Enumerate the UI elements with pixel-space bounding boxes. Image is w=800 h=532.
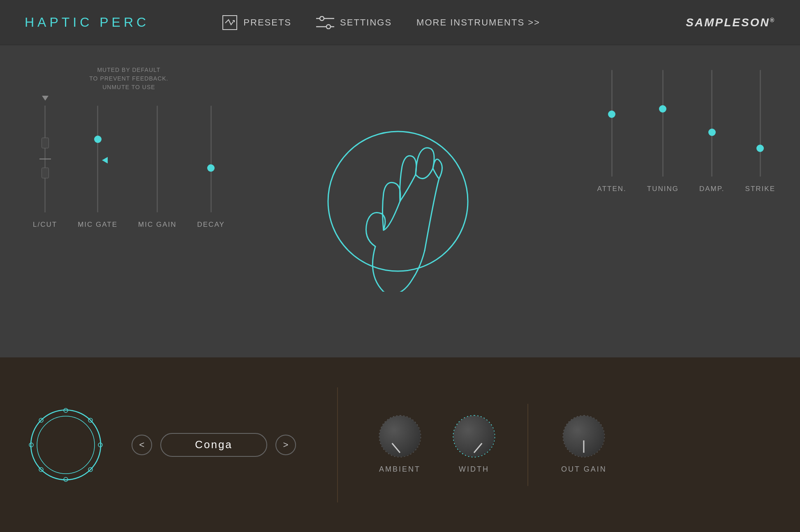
mic-gate-track [97,106,98,212]
mic-gate-slider[interactable] [94,106,102,212]
sampleson-logo: SAMPLESON® [686,16,775,29]
outgain-knob-indicator [583,440,585,453]
atten-thumb[interactable] [608,111,615,118]
outgain-knob-label: OUT GAIN [561,465,607,474]
atten-track [611,70,613,177]
svg-point-2 [320,16,324,21]
tuning-track [662,70,664,177]
drum-pad [25,404,107,486]
mic-gain-slider[interactable] [153,106,162,212]
ambient-knob-body [379,416,421,457]
width-knob[interactable] [453,416,495,457]
damp-thumb[interactable] [708,129,716,136]
tuning-label: TUNING [647,185,679,193]
lcut-handle-bottom[interactable] [42,168,49,178]
ambient-knob-col: AMBIENT [379,416,421,474]
atten-label: ATTEN. [597,185,627,193]
damp-slider[interactable] [708,70,716,177]
strike-thumb[interactable] [756,145,764,152]
width-knob-label: WIDTH [459,465,489,474]
svg-point-5 [328,131,468,271]
settings-icon [316,16,334,29]
strike-label: STRIKE [745,185,775,193]
right-sliders-section: ATTEN. TUNING DAMP. STRIKE [597,70,775,193]
strike-slider[interactable] [756,70,764,177]
settings-nav-item[interactable]: SETTINGS [316,16,392,29]
hand-illustration [318,119,482,283]
svg-point-6 [31,410,101,480]
next-instrument-button[interactable]: > [275,435,296,455]
mic-gain-label: MIC GAIN [138,221,176,229]
app-title: HAPTIC PERC [25,15,149,30]
decay-label: DECAY [197,221,225,229]
bottom-panel: < Conga > AMBIENT [0,357,800,532]
decay-slider[interactable] [207,106,215,212]
header-nav: PRESETS SETTINGS MORE INSTRUMENTS >> [222,15,540,30]
lcut-label: L/CUT [33,221,57,229]
atten-slider[interactable] [608,70,616,177]
muted-notice: MUTED BY DEFAULT TO PREVENT FEEDBACK. UN… [33,66,225,92]
damp-label: DAMP. [699,185,725,193]
mic-gate-label: MIC GATE [78,221,118,229]
mic-gate-arrow-icon [102,157,108,164]
presets-nav-item[interactable]: PRESETS [222,15,291,30]
strike-track [760,70,761,177]
main-area: MUTED BY DEFAULT TO PREVENT FEEDBACK. UN… [0,45,800,357]
damp-slider-col: DAMP. [699,70,725,193]
decay-slider-col: DECAY [197,106,225,229]
lcut-slider-col: L/CUT [33,96,57,229]
header: HAPTIC PERC PRESETS SETTINGS MORE INSTRU… [0,0,800,45]
lcut-arrow-icon [42,96,49,101]
tuning-thumb[interactable] [659,105,666,113]
width-knob-col: WIDTH [453,416,495,474]
tuning-slider-col: TUNING [647,70,679,193]
ambient-knob-indicator [391,443,400,453]
decay-thumb[interactable] [207,164,215,172]
presets-label: PRESETS [243,17,291,28]
decay-track [210,106,212,212]
mic-gain-slider-col: MIC GAIN [138,106,176,229]
instrument-selector: < Conga > [132,433,296,457]
outgain-knob[interactable] [563,416,604,457]
lcut-separator [39,159,51,159]
svg-point-4 [326,25,331,29]
mic-gate-thumb[interactable] [94,136,102,143]
more-instruments-label: MORE INSTRUMENTS >> [416,17,540,28]
strike-slider-col: STRIKE [745,70,775,193]
lcut-handle-top[interactable] [42,138,49,148]
mic-gain-track [157,106,158,212]
outgain-knob-body [563,416,604,457]
lcut-slider[interactable] [41,106,49,212]
more-instruments-nav-item[interactable]: MORE INSTRUMENTS >> [416,17,540,28]
prev-instrument-button[interactable]: < [132,435,152,455]
settings-label: SETTINGS [340,17,392,28]
hand-svg [318,119,482,292]
mic-gate-slider-col: MIC GATE [78,106,118,229]
ambient-knob-label: AMBIENT [379,465,421,474]
tuning-slider[interactable] [659,70,667,177]
left-sliders-section: MUTED BY DEFAULT TO PREVENT FEEDBACK. UN… [33,66,225,229]
width-knob-indicator [474,443,483,453]
drum-pad-svg [25,404,107,486]
left-sliders-row: L/CUT MIC GATE MIC GAIN [33,96,225,229]
presets-icon [222,15,238,30]
damp-track [711,70,712,177]
atten-slider-col: ATTEN. [597,70,627,193]
outgain-knob-col: OUT GAIN [561,416,607,474]
knobs-inner-divider [527,404,528,486]
ambient-knob[interactable] [379,416,421,457]
knobs-section: AMBIENT WIDTH [379,404,775,486]
instrument-name-display: Conga [160,433,267,457]
width-knob-body [453,416,495,457]
panel-divider [337,387,338,502]
svg-point-7 [37,416,95,474]
